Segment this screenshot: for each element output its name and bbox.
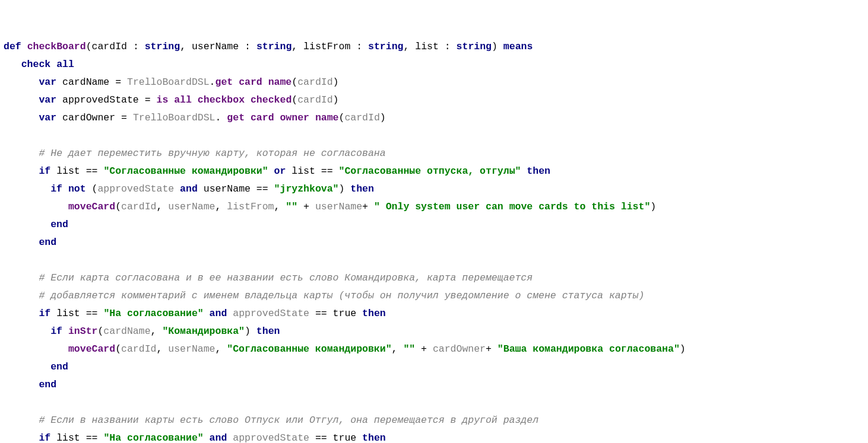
arg: cardId: [121, 201, 156, 212]
keyword-then: then: [350, 183, 374, 195]
type-string: string: [256, 41, 292, 52]
string-lit: "На согласование": [103, 308, 203, 319]
dot: .: [216, 112, 227, 123]
func-call: inStr: [68, 326, 98, 337]
var-ref: approvedState: [233, 432, 309, 443]
plus-op: +: [362, 201, 374, 212]
type-string: string: [145, 41, 180, 52]
eq-op: ==: [315, 432, 327, 443]
eq-op: ==: [321, 165, 333, 177]
arg: cardName: [103, 326, 150, 337]
keyword-and: and: [180, 183, 198, 195]
comment: # Если в названии карты есть слово Отпус…: [39, 415, 538, 426]
arg: userName: [168, 343, 215, 355]
string-lit: "": [403, 343, 415, 355]
arg: cardId: [297, 94, 332, 106]
string-lit: "Согласованные отпуска, отгулы": [338, 165, 521, 177]
keyword-if: if: [50, 183, 62, 195]
keyword-means: means: [503, 41, 533, 52]
method: get: [216, 77, 233, 88]
string-lit: " Only system user can move cards to thi…: [374, 201, 650, 212]
method: checked: [251, 94, 292, 106]
method: card: [239, 77, 262, 88]
keyword-not: not: [68, 183, 86, 195]
code-viewer: def checkBoard(cardId : string, userName…: [4, 38, 864, 443]
method: is: [157, 94, 169, 106]
arg: cardOwner: [433, 343, 486, 355]
param-name: userName: [192, 41, 239, 52]
arg: cardId: [297, 77, 332, 88]
method: get: [227, 112, 245, 123]
comment: # Если карта согласована и в ее названии…: [39, 272, 533, 283]
keyword-if: if: [50, 326, 62, 337]
true-lit: true: [333, 432, 357, 443]
string-lit: "На согласование": [103, 432, 203, 443]
colon: :: [439, 41, 457, 52]
type-string: string: [457, 41, 492, 52]
keyword-check: check: [21, 59, 51, 70]
param-name: listFrom: [303, 41, 350, 52]
method: name: [268, 77, 292, 88]
keyword-end: end: [39, 379, 56, 390]
class-name: TrelloBoardDSL: [133, 112, 216, 123]
type-string: string: [368, 41, 403, 52]
method: owner: [280, 112, 309, 123]
var-ref: list: [56, 308, 80, 319]
eq-op: ==: [256, 183, 268, 195]
func-name: checkBoard: [27, 41, 86, 52]
keyword-var: var: [39, 94, 56, 106]
class-name: TrelloBoardDSL: [127, 77, 210, 88]
keyword-end: end: [50, 361, 68, 372]
param-name: cardId: [92, 41, 127, 52]
keyword-if: if: [39, 432, 50, 443]
keyword-then: then: [362, 432, 386, 443]
string-lit: "jryzhkova": [274, 183, 339, 195]
plus-op: +: [297, 201, 315, 212]
colon: :: [239, 41, 256, 52]
method: all: [174, 94, 192, 106]
keyword-end: end: [50, 219, 68, 230]
keyword-and: and: [210, 308, 227, 319]
eq-op: ==: [86, 308, 98, 319]
arg: userName: [315, 201, 362, 212]
keyword-then: then: [256, 326, 280, 337]
var-name: cardName: [62, 77, 109, 88]
var-name: approvedState: [62, 94, 139, 106]
arg: cardId: [121, 343, 156, 355]
equals: =: [115, 112, 133, 123]
plus-op: +: [415, 343, 433, 355]
comment: # добавляется комментарий с именем владе…: [39, 290, 644, 301]
keyword-then: then: [362, 308, 386, 319]
method: card: [251, 112, 274, 123]
var-ref: approvedState: [97, 183, 174, 195]
comment: # Не дает переместить вручную карту, кот…: [39, 148, 385, 159]
string-lit: "Командировка": [162, 326, 245, 337]
func-call: moveCard: [68, 343, 115, 355]
string-lit: "Согласованные командировки": [103, 165, 268, 177]
keyword-if: if: [39, 165, 50, 177]
eq-op: ==: [86, 165, 98, 177]
eq-op: ==: [315, 308, 327, 319]
equals: =: [109, 77, 127, 88]
equals: =: [139, 94, 157, 106]
func-call: moveCard: [68, 201, 115, 212]
string-lit: "": [286, 201, 297, 212]
method: name: [315, 112, 339, 123]
var-ref: userName: [204, 183, 251, 195]
string-lit: "Ваша командировка согласована": [498, 343, 680, 355]
var-ref: list: [292, 165, 315, 177]
colon: :: [127, 41, 145, 52]
keyword-end: end: [39, 237, 56, 248]
arg: listFrom: [227, 201, 274, 212]
keyword-def: def: [4, 41, 21, 52]
var-ref: list: [56, 165, 80, 177]
keyword-and: and: [210, 432, 227, 443]
arg: userName: [168, 201, 215, 212]
var-name: cardOwner: [62, 112, 115, 123]
param-name: list: [415, 41, 439, 52]
eq-op: ==: [86, 432, 98, 443]
dot: .: [210, 77, 216, 88]
arg: cardId: [344, 112, 379, 123]
keyword-or: or: [274, 165, 286, 177]
keyword-then: then: [527, 165, 550, 177]
